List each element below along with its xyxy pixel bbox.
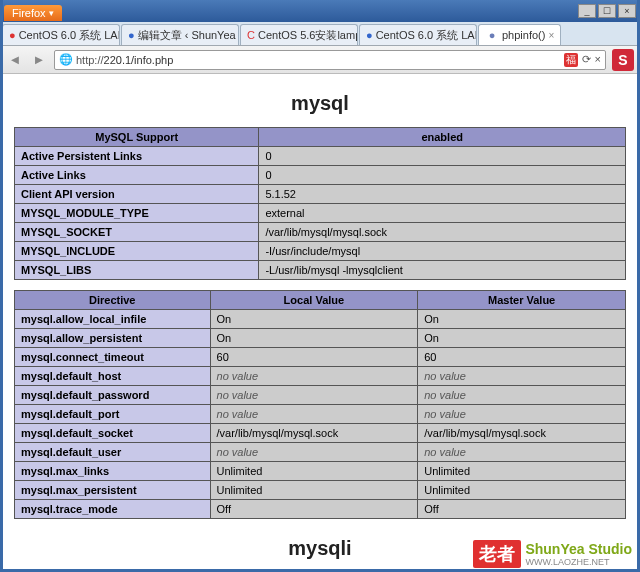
table-row: mysql.default_userno valueno value [15, 443, 626, 462]
tab-label: phpinfo() [502, 29, 545, 41]
local-value: no value [210, 386, 418, 405]
table-row: mysql.default_passwordno valueno value [15, 386, 626, 405]
directive-value: -I/usr/include/mysql [259, 242, 626, 261]
directive-name: Client API version [15, 185, 259, 204]
table-header: enabled [259, 128, 626, 147]
globe-icon: 🌐 [59, 53, 73, 66]
directive-name: MYSQL_SOCKET [15, 223, 259, 242]
table-header: Local Value [210, 291, 418, 310]
local-value: no value [210, 405, 418, 424]
directive-name: mysql.max_links [15, 462, 211, 481]
directive-name: mysql.max_persistent [15, 481, 211, 500]
directive-name: mysql.allow_persistent [15, 329, 211, 348]
table-row: mysql.default_portno valueno value [15, 405, 626, 424]
url-host: 220.1 [104, 54, 132, 66]
directive-name: mysql.allow_local_infile [15, 310, 211, 329]
directive-name: MYSQL_MODULE_TYPE [15, 204, 259, 223]
maximize-button[interactable]: ☐ [598, 4, 616, 18]
local-value: Unlimited [210, 481, 418, 500]
master-value: Unlimited [418, 481, 626, 500]
directive-name: mysql.default_socket [15, 424, 211, 443]
tab-label: CentOS 5.6安装lamp(… [258, 28, 358, 43]
master-value: On [418, 310, 626, 329]
table-row: MYSQL_INCLUDE-I/usr/include/mysql [15, 242, 626, 261]
local-value: /var/lib/mysql/mysql.sock [210, 424, 418, 443]
table-row: MYSQL_MODULE_TYPEexternal [15, 204, 626, 223]
local-value: Off [210, 500, 418, 519]
directive-value: /var/lib/mysql/mysql.sock [259, 223, 626, 242]
master-value: Unlimited [418, 462, 626, 481]
table-row: MYSQL_LIBS-L/usr/lib/mysql -lmysqlclient [15, 261, 626, 280]
directive-name: mysql.default_password [15, 386, 211, 405]
back-button[interactable]: ◄ [6, 51, 24, 69]
master-value: no value [418, 386, 626, 405]
browser-tab[interactable]: ●phpinfo()× [478, 24, 561, 45]
master-value: On [418, 329, 626, 348]
watermark-en: ShunYea Studio [525, 541, 632, 557]
url-path: /info.php [131, 54, 173, 66]
master-value: no value [418, 367, 626, 386]
master-value: no value [418, 443, 626, 462]
mysql-support-table: MySQL SupportenabledActive Persistent Li… [14, 127, 626, 280]
page-content[interactable]: mysql MySQL SupportenabledActive Persist… [0, 74, 640, 572]
directive-name: Active Persistent Links [15, 147, 259, 166]
table-row: Client API version5.1.52 [15, 185, 626, 204]
table-row: mysql.max_linksUnlimitedUnlimited [15, 462, 626, 481]
minimize-button[interactable]: _ [578, 4, 596, 18]
local-value: On [210, 310, 418, 329]
tab-label: CentOS 6.0 系统 LAM… [19, 28, 120, 43]
fu-badge-icon: 福 [564, 53, 578, 67]
table-row: mysql.allow_persistentOnOn [15, 329, 626, 348]
browser-tab[interactable]: CCentOS 5.6安装lamp(…× [240, 24, 358, 45]
table-header: MySQL Support [15, 128, 259, 147]
directive-name: MYSQL_INCLUDE [15, 242, 259, 261]
watermark-cn: 老者 [473, 540, 521, 568]
table-header: Directive [15, 291, 211, 310]
table-row: Active Links0 [15, 166, 626, 185]
table-row: mysql.max_persistentUnlimitedUnlimited [15, 481, 626, 500]
table-row: mysql.default_socket/var/lib/mysql/mysql… [15, 424, 626, 443]
directive-name: mysql.default_host [15, 367, 211, 386]
master-value: Off [418, 500, 626, 519]
tab-favicon-icon: ● [366, 28, 373, 42]
directive-value: -L/usr/lib/mysql -lmysqlclient [259, 261, 626, 280]
extension-badge[interactable]: S [612, 49, 634, 71]
tab-strip: ●CentOS 6.0 系统 LAM…×●编辑文章 ‹ ShunYea …×CC… [0, 22, 640, 46]
forward-button[interactable]: ► [30, 51, 48, 69]
local-value: On [210, 329, 418, 348]
stop-button[interactable]: × [595, 53, 601, 67]
close-button[interactable]: × [618, 4, 636, 18]
tab-favicon-icon: ● [128, 28, 135, 42]
watermark: 老者 ShunYea Studio WWW.LAOZHE.NET [473, 540, 632, 568]
master-value: /var/lib/mysql/mysql.sock [418, 424, 626, 443]
table-row: mysql.default_hostno valueno value [15, 367, 626, 386]
directive-value: 5.1.52 [259, 185, 626, 204]
url-bar[interactable]: 🌐 http:// 220.1 /info.php 福 ⟳ × [54, 50, 606, 70]
browser-tab[interactable]: ●编辑文章 ‹ ShunYea …× [121, 24, 239, 45]
tab-label: CentOS 6.0 系统 LAM… [376, 28, 477, 43]
tab-favicon-icon: ● [485, 28, 499, 42]
tab-close-icon[interactable]: × [548, 30, 554, 41]
url-prefix: http:// [76, 54, 104, 66]
directive-name: mysql.default_user [15, 443, 211, 462]
window-titlebar: Firefox _ ☐ × [0, 0, 640, 22]
directive-value: 0 [259, 147, 626, 166]
local-value: no value [210, 367, 418, 386]
table-row: mysql.trace_modeOffOff [15, 500, 626, 519]
directive-name: mysql.default_port [15, 405, 211, 424]
tab-favicon-icon: ● [9, 28, 16, 42]
browser-tab[interactable]: ●CentOS 6.0 系统 LAM…× [359, 24, 477, 45]
local-value: no value [210, 443, 418, 462]
table-header: Master Value [418, 291, 626, 310]
table-row: MYSQL_SOCKET/var/lib/mysql/mysql.sock [15, 223, 626, 242]
local-value: Unlimited [210, 462, 418, 481]
refresh-button[interactable]: ⟳ [582, 53, 591, 67]
table-row: Active Persistent Links0 [15, 147, 626, 166]
master-value: no value [418, 405, 626, 424]
mysql-directive-table: DirectiveLocal ValueMaster Valuemysql.al… [14, 290, 626, 519]
firefox-menu-button[interactable]: Firefox [4, 5, 62, 21]
browser-tab[interactable]: ●CentOS 6.0 系统 LAM…× [2, 24, 120, 45]
master-value: 60 [418, 348, 626, 367]
nav-toolbar: ◄ ► 🌐 http:// 220.1 /info.php 福 ⟳ × S [0, 46, 640, 74]
local-value: 60 [210, 348, 418, 367]
